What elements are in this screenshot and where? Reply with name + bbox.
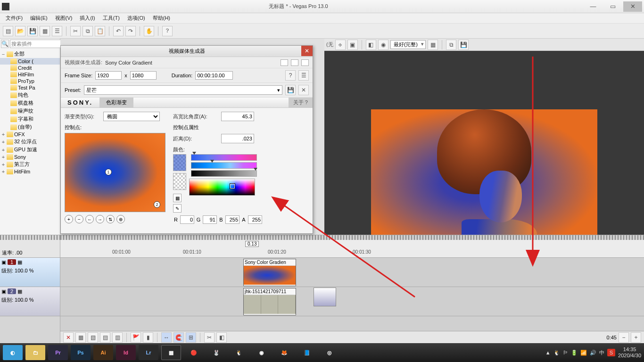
tool-icon[interactable]: ✂ xyxy=(204,332,215,343)
new-icon[interactable]: ▤ xyxy=(3,26,13,36)
value-slider[interactable] xyxy=(191,170,257,177)
search-icon[interactable]: 🔍 xyxy=(1,40,9,48)
menu-edit[interactable]: 编辑(E) xyxy=(27,14,50,23)
menu-view[interactable]: 视图(V) xyxy=(52,14,75,23)
tray-wifi-icon[interactable]: 📶 xyxy=(580,350,587,356)
color-swatch[interactable] xyxy=(173,154,186,171)
hue-slider-1[interactable] xyxy=(191,154,257,161)
track-header-2[interactable]: ▣ 2 ▦ 级别: 100.0 % xyxy=(0,287,60,316)
tray-flag-icon[interactable]: 🏳 xyxy=(563,350,568,355)
redo-icon[interactable]: ↷ xyxy=(125,26,136,36)
tree-item[interactable]: Color ( xyxy=(18,58,33,64)
marker-icon[interactable]: 🚩 xyxy=(131,332,141,343)
hue-slider-2[interactable] xyxy=(191,162,257,169)
snap-icon[interactable]: ⊞ xyxy=(186,332,196,343)
save-frame-icon[interactable]: 💾 xyxy=(458,40,469,50)
taskbar-vegas-icon[interactable]: ▦ xyxy=(161,345,181,360)
taskbar-qq-icon[interactable]: 🐧 xyxy=(229,345,249,360)
save-icon[interactable]: 💾 xyxy=(27,26,38,36)
taskbar-firefox-icon[interactable]: 🦊 xyxy=(274,345,294,360)
view-mode-icon[interactable] xyxy=(281,59,288,66)
tray-sogou-badge[interactable]: S xyxy=(607,349,615,356)
props-icon[interactable]: ☰ xyxy=(52,26,62,36)
menu-file[interactable]: 文件(F) xyxy=(3,14,25,23)
dialog-titlebar[interactable]: 视频媒体生成器 ✕ xyxy=(61,46,313,57)
view-mode-icon[interactable] xyxy=(291,59,298,66)
frame-width-input[interactable] xyxy=(95,71,122,80)
render-icon[interactable]: ▦ xyxy=(40,26,50,36)
remove-point-icon[interactable]: − xyxy=(75,215,83,223)
tree-item[interactable]: Test Pa xyxy=(18,85,35,90)
timeline-ruler[interactable]: 0.13 00:01:00 00:01:10 00:01:20 00:01:30 xyxy=(60,240,644,258)
save-preset-icon[interactable]: 💾 xyxy=(285,85,296,95)
prev-point-icon[interactable]: ← xyxy=(85,215,94,223)
spread-icon[interactable]: ⊕ xyxy=(116,215,125,223)
open-icon[interactable]: 📂 xyxy=(15,26,25,36)
grid-icon[interactable]: ▦ xyxy=(428,40,438,50)
taskbar-sogou-icon[interactable]: ◎ xyxy=(320,345,339,360)
about-link[interactable]: 关于 ? xyxy=(289,98,313,107)
tree-folder[interactable]: Sony xyxy=(14,154,26,160)
tree-folder[interactable]: OFX xyxy=(14,132,25,137)
tree-folder[interactable]: GPU 加速 xyxy=(14,146,37,153)
help-icon[interactable]: ？ xyxy=(162,26,173,36)
tree-item[interactable]: ProTyp xyxy=(18,78,34,84)
track-lane-1[interactable]: Sony Color Gradien xyxy=(60,258,644,287)
preset-dropdown[interactable]: 星芒▾ xyxy=(84,85,282,95)
undo-icon[interactable]: ↶ xyxy=(113,26,124,36)
touch-icon[interactable]: ✋ xyxy=(144,26,154,36)
taskbar-lightroom-icon[interactable]: Lr xyxy=(139,345,158,360)
eyedropper-icon[interactable]: ✎ xyxy=(173,204,182,213)
help-icon[interactable]: ? xyxy=(285,70,296,81)
zoom-out-icon[interactable]: − xyxy=(619,332,629,343)
aspect-input[interactable] xyxy=(221,112,254,121)
magnet-icon[interactable]: 🧲 xyxy=(173,332,184,343)
tray-qq-icon[interactable]: 🐧 xyxy=(553,350,560,356)
track-lane-2[interactable]: jhk-1511421709711 xyxy=(60,287,644,316)
tray-clock[interactable]: 14:35 2020/4/30 xyxy=(618,346,641,359)
tool-icon[interactable]: ▤ xyxy=(100,332,110,343)
r-input[interactable] xyxy=(180,215,194,224)
tree-item[interactable]: Credit xyxy=(18,65,32,71)
palette-icon[interactable]: ▦ xyxy=(173,194,182,202)
delete-icon[interactable]: ✕ xyxy=(63,332,74,343)
taskbar-app-icon[interactable]: 🔴 xyxy=(184,345,204,360)
taskbar-explorer-icon[interactable]: 🗀 xyxy=(25,345,45,360)
close-button[interactable]: ✕ xyxy=(623,1,642,12)
menu-options[interactable]: 选项(O) xyxy=(124,14,148,23)
swap-icon[interactable]: ⇅ xyxy=(106,215,115,223)
delete-preset-icon[interactable]: ✕ xyxy=(298,85,309,95)
minimize-button[interactable]: — xyxy=(584,1,603,12)
tray-ime[interactable]: 中 xyxy=(599,349,604,356)
duration-input[interactable] xyxy=(195,71,233,80)
distance-input[interactable] xyxy=(221,134,254,143)
color-cursor[interactable] xyxy=(230,184,235,189)
tool-icon[interactable]: ▥ xyxy=(112,332,123,343)
g-input[interactable] xyxy=(203,215,217,224)
copy-frame-icon[interactable]: ⧉ xyxy=(446,40,456,50)
taskbar-chrome-icon[interactable]: ◉ xyxy=(252,345,272,360)
tree-item[interactable]: 棋盘格 xyxy=(18,99,33,107)
view-mode-icon[interactable] xyxy=(301,59,309,66)
zoom-in-icon[interactable]: + xyxy=(631,332,641,343)
tool-icon[interactable]: ◧ xyxy=(216,332,227,343)
cut-icon[interactable]: ✂ xyxy=(70,26,81,36)
tree-folder[interactable]: HitFilm xyxy=(14,169,30,174)
gradient-type-select[interactable]: 椭圆 xyxy=(103,112,160,121)
next-point-icon[interactable]: → xyxy=(96,215,104,223)
taskbar-premiere-icon[interactable]: Pr xyxy=(48,345,68,360)
frame-height-input[interactable] xyxy=(130,71,157,80)
tray-up-icon[interactable]: ▲ xyxy=(545,350,551,355)
alpha-swatch[interactable] xyxy=(173,173,186,190)
playhead-position[interactable]: 0.13 xyxy=(245,241,259,247)
taskbar-notes-icon[interactable]: 📘 xyxy=(297,345,317,360)
tree-root[interactable]: 全部 xyxy=(14,50,25,58)
quality-dropdown[interactable]: 最好(完整) xyxy=(390,40,426,49)
copy-icon[interactable]: ⧉ xyxy=(83,26,93,36)
tree-item[interactable]: 字幕和 xyxy=(18,115,33,123)
paste-icon[interactable]: 📋 xyxy=(95,26,105,36)
tray-battery-icon[interactable]: 🔋 xyxy=(571,350,578,356)
menu-tools[interactable]: 工具(T) xyxy=(100,14,123,23)
split-icon[interactable]: ◧ xyxy=(366,40,376,50)
control-point-2[interactable]: 2 xyxy=(154,201,160,208)
